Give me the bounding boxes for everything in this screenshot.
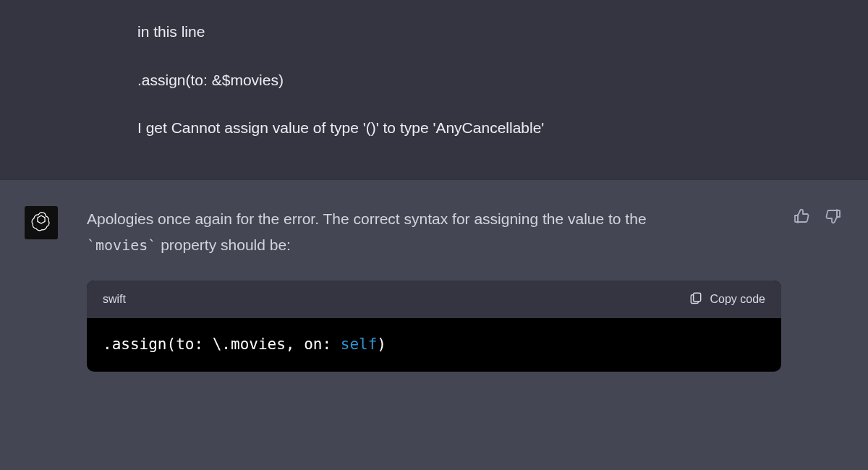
user-message-text: in this line .assign(to: &$movies) I get… — [137, 20, 731, 140]
clipboard-icon — [689, 291, 703, 308]
code-language-label: swift — [103, 293, 126, 306]
assistant-message: Apologies once again for the error. The … — [0, 179, 868, 394]
code-block: swift Copy code .assign(to: \.movies, on… — [87, 281, 781, 372]
feedback-buttons — [791, 208, 843, 228]
thumbs-down-icon — [825, 208, 842, 228]
thumbs-down-button[interactable] — [823, 208, 843, 228]
copy-code-label: Copy code — [710, 293, 766, 306]
user-line-2: .assign(to: &$movies) — [137, 69, 731, 93]
thumbs-up-button[interactable] — [791, 208, 812, 228]
assistant-avatar — [25, 206, 58, 239]
code-block-header: swift Copy code — [87, 281, 781, 318]
assistant-text-after: property should be: — [156, 236, 291, 253]
openai-logo-icon — [30, 210, 53, 236]
thumbs-up-icon — [793, 208, 810, 228]
user-message: in this line .assign(to: &$movies) I get… — [0, 0, 868, 179]
assistant-message-text: Apologies once again for the error. The … — [87, 206, 781, 260]
user-line-1: in this line — [137, 20, 731, 44]
svg-rect-0 — [693, 293, 700, 302]
user-line-3: I get Cannot assign value of type '()' t… — [137, 116, 731, 140]
inline-code: `movies` — [87, 236, 156, 254]
code-keyword-self: self — [341, 336, 378, 353]
code-block-body[interactable]: .assign(to: \.movies, on: self) — [87, 318, 781, 372]
code-text-plain: .assign(to: \.movies, on: — [103, 336, 341, 353]
assistant-text-before: Apologies once again for the error. The … — [87, 210, 647, 227]
code-text-tail: ) — [377, 336, 386, 353]
copy-code-button[interactable]: Copy code — [689, 291, 766, 308]
